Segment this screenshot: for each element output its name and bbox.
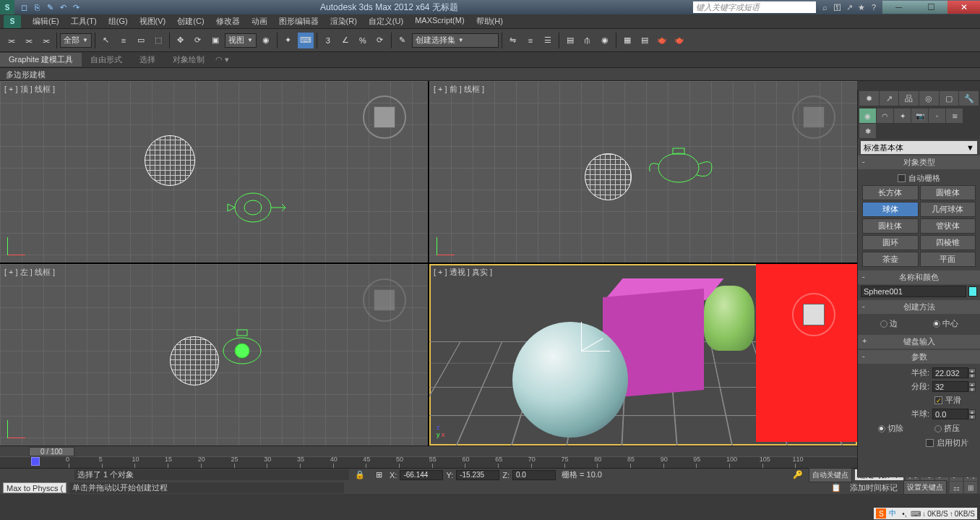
named-selection-dropdown[interactable]: 创建选择集▼: [412, 33, 499, 48]
menu-item[interactable]: 自定义(U): [363, 16, 409, 27]
app-icon[interactable]: S: [0, 0, 14, 14]
manipulate-icon[interactable]: ✦: [280, 33, 296, 48]
tab-hierarchy-icon[interactable]: 品: [899, 91, 919, 106]
rollout-name-color[interactable]: -名称和颜色: [858, 270, 980, 284]
rollout-create-method[interactable]: -创建方法: [858, 300, 980, 314]
object-color-swatch[interactable]: [968, 286, 977, 297]
ribbon-tab-graphite[interactable]: Graphite 建模工具: [0, 53, 82, 67]
percent-snap-icon[interactable]: %: [355, 33, 371, 48]
method-center-radio[interactable]: [933, 320, 940, 328]
time-handle[interactable]: 0 / 100: [29, 447, 74, 456]
snap-3-icon[interactable]: 3: [320, 33, 336, 48]
subtab-geometry-icon[interactable]: ◉: [859, 108, 876, 123]
time-config-icon[interactable]: ⊞: [964, 482, 977, 493]
time-slider[interactable]: 0 / 100: [0, 446, 857, 456]
subtab-systems-icon[interactable]: ✱: [859, 124, 876, 138]
material-icon[interactable]: ◉: [597, 33, 613, 48]
primitive-button[interactable]: 平面: [920, 252, 976, 267]
select-rect-icon[interactable]: ▭: [133, 33, 149, 48]
help-icon[interactable]: ?: [869, 3, 879, 12]
transform-type-icon[interactable]: ⊞: [371, 467, 387, 483]
render-frame-icon[interactable]: ▤: [637, 33, 653, 48]
mirror-icon[interactable]: ⇋: [505, 33, 521, 48]
menu-item[interactable]: 工具(T): [65, 16, 103, 27]
primitive-button[interactable]: 茶壶: [862, 252, 919, 267]
add-time-tag[interactable]: 添加时间标记: [847, 482, 901, 493]
segments-spinner[interactable]: [932, 381, 968, 392]
primitive-button[interactable]: 几何球体: [920, 202, 976, 217]
z-coord-input[interactable]: [512, 470, 556, 480]
render-prod-icon[interactable]: 🫖: [671, 33, 687, 48]
method-edge-radio[interactable]: [880, 320, 887, 328]
slice-checkbox[interactable]: [926, 439, 934, 447]
save-icon[interactable]: ✎: [44, 1, 56, 13]
y-coord-input[interactable]: [456, 470, 499, 480]
select-icon[interactable]: ↖: [98, 33, 114, 48]
key-filters-icon[interactable]: ⚏: [950, 482, 963, 493]
object-name-input[interactable]: [861, 286, 966, 297]
menu-item[interactable]: 编辑(E): [27, 16, 65, 27]
binoculars-icon[interactable]: ⌕: [820, 3, 830, 12]
viewport-label[interactable]: [ + ] 透视 ] 真实 ]: [434, 267, 492, 278]
setkey-button[interactable]: 设置关键点: [903, 480, 947, 495]
key-toggle-icon[interactable]: 🔑: [790, 467, 806, 483]
chop-radio[interactable]: [878, 425, 885, 432]
subtab-cameras-icon[interactable]: 📷: [911, 108, 928, 123]
render-setup-icon[interactable]: ▦: [619, 33, 635, 48]
bind-icon[interactable]: ⫘: [38, 33, 53, 48]
select-name-icon[interactable]: ≡: [116, 33, 132, 48]
autogrid-checkbox[interactable]: [898, 174, 906, 182]
tab-motion-icon[interactable]: ◎: [919, 91, 939, 106]
ribbon-tab-paint[interactable]: 对象绘制◠ ▾: [164, 53, 238, 67]
subtab-shapes-icon[interactable]: ◠: [877, 108, 893, 123]
tab-modify-icon[interactable]: ↗: [880, 91, 899, 106]
viewport-label[interactable]: [ + ] 前 ] 线框 ]: [434, 84, 484, 95]
scale-icon[interactable]: ▣: [207, 33, 223, 48]
tray-keyboard-icon[interactable]: ⌨: [911, 508, 921, 519]
rollout-parameters[interactable]: -参数: [858, 350, 980, 364]
open-icon[interactable]: ⎘: [31, 1, 43, 13]
align-icon[interactable]: ≡: [523, 33, 538, 48]
select-window-icon[interactable]: ⬚: [150, 33, 166, 48]
menu-item[interactable]: MAXScript(M): [409, 16, 470, 27]
viewport-left[interactable]: [ + ] 左 ] 线框 ]: [0, 264, 428, 446]
rollout-keyboard-entry[interactable]: +键盘输入: [858, 335, 980, 349]
view-cube[interactable]: [792, 293, 835, 336]
ref-coord-dropdown[interactable]: 视图▼: [225, 33, 257, 48]
subtab-spacewarps-icon[interactable]: ≋: [946, 108, 963, 123]
time-tag-icon[interactable]: 📋: [828, 479, 844, 495]
redo-icon[interactable]: ↷: [70, 1, 82, 13]
menu-item[interactable]: 渲染(R): [324, 16, 363, 27]
arrow-icon[interactable]: ↗: [844, 3, 854, 12]
squash-radio[interactable]: [934, 425, 942, 432]
primitive-button[interactable]: 球体: [862, 202, 919, 217]
x-coord-input[interactable]: [400, 470, 443, 480]
star-icon[interactable]: ★: [856, 3, 867, 12]
search-input[interactable]: 键入关键字或短语: [693, 1, 816, 13]
view-cube[interactable]: [363, 278, 406, 322]
unlink-icon[interactable]: ⫘: [20, 33, 36, 48]
app-menu-button[interactable]: S: [4, 15, 21, 28]
viewport-perspective[interactable]: [ + ] 透视 ] 真实 ] zy x: [429, 264, 857, 446]
tray-sogou-icon[interactable]: S: [876, 508, 886, 519]
ribbon-subpanel[interactable]: 多边形建模: [0, 68, 980, 81]
tab-display-icon[interactable]: ▢: [940, 91, 959, 106]
menu-item[interactable]: 动画: [246, 16, 273, 27]
tab-create-icon[interactable]: ✹: [859, 91, 879, 106]
maxscript-listener[interactable]: Max to Physcs (: [3, 482, 66, 493]
viewport-top[interactable]: [ + ] 顶 ] 线框 ]: [0, 81, 428, 263]
tab-utilities-icon[interactable]: 🔧: [959, 91, 979, 106]
menu-item[interactable]: 帮助(H): [470, 16, 509, 27]
primitive-button[interactable]: 长方体: [862, 185, 919, 200]
time-marker[interactable]: [31, 457, 40, 466]
menu-item[interactable]: 视图(V): [134, 16, 172, 27]
angle-snap-icon[interactable]: ∠: [338, 33, 353, 48]
time-ruler[interactable]: 0510152025303540455055606570758085909510…: [0, 456, 857, 468]
new-icon[interactable]: ◻: [18, 1, 30, 13]
menu-item[interactable]: 修改器: [210, 16, 246, 27]
view-cube[interactable]: [363, 95, 406, 139]
rotate-icon[interactable]: ⟳: [190, 33, 206, 48]
minimize-button[interactable]: ─: [882, 1, 915, 14]
key-icon[interactable]: ⚿: [832, 3, 842, 12]
link-icon[interactable]: ⫘: [3, 33, 19, 48]
